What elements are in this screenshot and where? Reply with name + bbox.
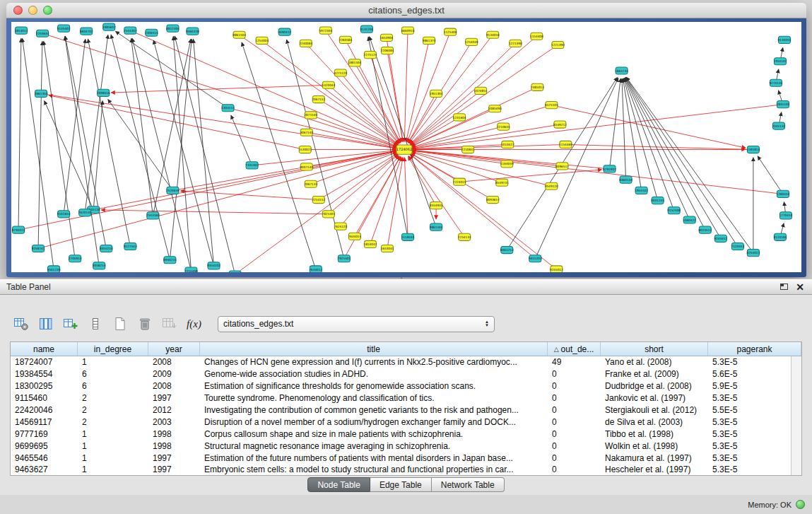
graph-edge[interactable]: [407, 32, 450, 142]
graph-node[interactable]: 1074851: [474, 87, 488, 94]
table-cell[interactable]: Changes of HCN gene expression and I(f) …: [200, 357, 548, 367]
graph-edge[interactable]: [411, 90, 481, 144]
graph-edge[interactable]: [85, 35, 108, 213]
graph-node[interactable]: 2275124: [364, 52, 377, 59]
graph-node[interactable]: 1595814: [747, 146, 760, 153]
graph-node[interactable]: 8861504: [233, 31, 246, 38]
table-cell[interactable]: Jankovic et al. (1997): [601, 393, 708, 403]
graph-edge[interactable]: [626, 77, 753, 253]
graph-node[interactable]: 7634012: [309, 266, 322, 272]
table-cell[interactable]: 5.3E-5: [708, 417, 791, 427]
graph-edge[interactable]: [38, 41, 42, 248]
table-row[interactable]: 1872400712008Changes of HCN gene express…: [11, 356, 791, 368]
graph-edge[interactable]: [65, 36, 106, 248]
graph-node[interactable]: 1154408: [530, 33, 543, 40]
graph-edge[interactable]: [625, 78, 705, 230]
graph-node[interactable]: 1221390: [551, 41, 565, 48]
graph-node[interactable]: 8461253: [500, 246, 514, 253]
graph-node[interactable]: 9127543: [124, 243, 137, 250]
close-window-button[interactable]: [13, 6, 23, 15]
graph-edge[interactable]: [235, 154, 399, 272]
table-cell[interactable]: Nakamura et al. (1997): [601, 453, 708, 463]
table-selector-dropdown[interactable]: citations_edges.txt ▲▼: [218, 316, 495, 332]
tab-network-table[interactable]: Network Table: [432, 477, 505, 492]
graph-node[interactable]: 6791907: [603, 165, 616, 173]
table-row[interactable]: 946554611997Estimation of the future num…: [11, 452, 791, 464]
graph-node[interactable]: 1951304: [430, 90, 443, 97]
table-cell[interactable]: 2009: [148, 369, 200, 379]
graph-node[interactable]: 3102654: [57, 211, 71, 218]
table-cell[interactable]: 1: [78, 429, 148, 439]
graph-node[interactable]: 1653041: [381, 245, 394, 252]
graph-edge[interactable]: [262, 40, 399, 144]
graph-edge[interactable]: [412, 151, 783, 194]
graph-node[interactable]: 8554931: [430, 202, 443, 209]
graph-node[interactable]: 1231604: [453, 114, 466, 121]
table-cell[interactable]: Wolkin et al. (1998): [601, 441, 708, 451]
graph-edge[interactable]: [93, 101, 102, 210]
graph-edge[interactable]: [412, 105, 552, 148]
graph-edge[interactable]: [758, 156, 783, 194]
graph-node[interactable]: 1010427: [501, 141, 514, 148]
table-cell[interactable]: 6: [78, 381, 148, 391]
table-cell[interactable]: 0: [548, 441, 601, 451]
graph-node[interactable]: 8604702: [80, 28, 93, 35]
graph-edge[interactable]: [387, 51, 403, 142]
table-cell[interactable]: Franke et al. (2009): [601, 369, 708, 379]
graph-edge[interactable]: [111, 85, 329, 93]
graph-edge[interactable]: [404, 30, 408, 141]
table-cell[interactable]: 0: [548, 417, 601, 427]
graph-node[interactable]: 8549212: [553, 121, 567, 128]
graph-node[interactable]: 9415203: [529, 255, 542, 262]
graph-edge[interactable]: [404, 158, 408, 238]
graph-node[interactable]: 8254013: [747, 250, 760, 257]
graph-node[interactable]: 1653904: [380, 34, 394, 41]
import-table-button[interactable]: [160, 315, 179, 333]
table-cell[interactable]: 9463627: [11, 465, 78, 474]
table-cell[interactable]: Estimation of significance thresholds fo…: [200, 381, 548, 391]
graph-edge[interactable]: [242, 42, 316, 269]
graph-node[interactable]: 4275120: [334, 69, 347, 76]
table-cell[interactable]: 5.3E-5: [708, 429, 791, 439]
table-cell[interactable]: 2: [78, 417, 148, 427]
graph-edge[interactable]: [329, 155, 399, 214]
table-cell[interactable]: 5.9E-5: [708, 381, 791, 391]
table-row[interactable]: 1456911722003Disruption of a novel membe…: [11, 416, 791, 428]
column-header-short[interactable]: short: [601, 342, 708, 356]
graph-node[interactable]: 1530021: [298, 146, 312, 153]
graph-node[interactable]: 1164049: [500, 160, 514, 168]
graph-node[interactable]: 9460328: [186, 28, 199, 35]
column-header-pagerank[interactable]: pagerank: [708, 342, 801, 356]
graph-node[interactable]: 8124504: [774, 233, 787, 240]
table-cell[interactable]: 0: [548, 393, 601, 403]
graph-edge[interactable]: [412, 105, 783, 149]
table-cell[interactable]: 0: [548, 453, 601, 463]
graph-edge[interactable]: [411, 154, 557, 269]
graph-edge[interactable]: [412, 124, 560, 148]
graph-node[interactable]: 7624120: [334, 223, 347, 230]
table-cell[interactable]: 2008: [148, 381, 200, 391]
graph-node[interactable]: 8940215: [163, 257, 177, 264]
graph-edge[interactable]: [45, 101, 94, 210]
column-header-year[interactable]: year: [148, 342, 200, 356]
graph-edge[interactable]: [101, 210, 329, 214]
graph-node[interactable]: 9861504: [430, 223, 443, 230]
graph-edge[interactable]: [38, 151, 396, 248]
table-cell[interactable]: 5.3E-5: [708, 393, 791, 403]
float-panel-icon[interactable]: [780, 284, 788, 290]
graph-edge[interactable]: [180, 191, 318, 199]
graph-node[interactable]: 1254004: [255, 37, 269, 44]
graph-node[interactable]: 8093657: [486, 196, 500, 203]
graph-edge[interactable]: [170, 39, 192, 259]
graph-edge[interactable]: [130, 30, 397, 146]
table-row[interactable]: 911546021997Tourette syndrome. Phenomeno…: [11, 392, 791, 404]
graph-node[interactable]: 1260453: [777, 190, 790, 197]
table-cell[interactable]: Structural magnetic resonance image aver…: [200, 441, 548, 451]
graph-node[interactable]: 3067140: [300, 129, 313, 136]
graph-node[interactable]: 8549731: [495, 179, 509, 186]
graph-node[interactable]: 1954107: [774, 58, 787, 65]
table-cell[interactable]: 1: [78, 357, 148, 367]
column-header-title[interactable]: title: [200, 342, 548, 356]
function-builder-button[interactable]: f(x): [184, 315, 204, 333]
graph-node[interactable]: 2260584: [339, 36, 353, 43]
